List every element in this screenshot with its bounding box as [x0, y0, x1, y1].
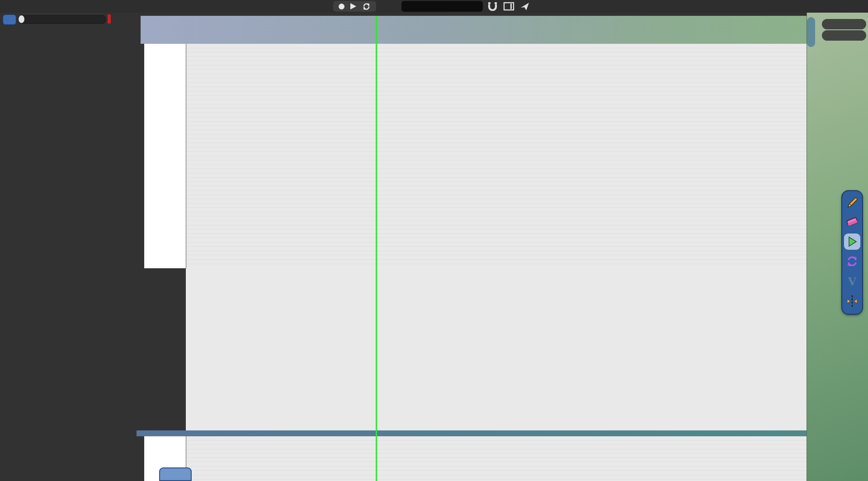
play-tool[interactable] [844, 233, 860, 250]
play-button[interactable] [350, 3, 356, 9]
snap-magnet-icon[interactable] [487, 2, 498, 11]
pin-icon[interactable] [520, 2, 530, 11]
page-tab[interactable] [159, 467, 192, 481]
eraser-tool[interactable] [844, 214, 860, 230]
menu-bar [0, 0, 868, 13]
record-button[interactable] [339, 4, 344, 9]
master-fx-row [0, 14, 137, 26]
tool-palette: V [841, 190, 863, 315]
soundfont-status [858, 3, 863, 10]
pencil-tool[interactable] [844, 195, 860, 211]
piano-keyboard[interactable] [144, 44, 186, 268]
playhead[interactable] [376, 16, 377, 481]
fx-button[interactable] [3, 14, 16, 25]
tempo-pill[interactable] [822, 19, 866, 29]
loop-icon[interactable] [362, 3, 371, 10]
panel-toggle-icon[interactable] [503, 2, 514, 11]
clip-indicator [108, 14, 111, 23]
right-panel: V [807, 13, 868, 481]
master-volume-handle[interactable] [19, 15, 24, 23]
note-layer [186, 13, 807, 481]
transport-controls [333, 1, 376, 12]
time-display [401, 1, 483, 12]
timeline-scroll-thumb[interactable] [807, 17, 815, 47]
track-sidebar [0, 13, 137, 481]
velocity-tool[interactable]: V [844, 273, 860, 290]
time-signature-pill[interactable] [822, 30, 866, 41]
split-tool[interactable] [844, 293, 860, 309]
loop-tool[interactable] [844, 253, 860, 270]
sequencer-app: V [0, 0, 868, 481]
master-volume-slider[interactable] [18, 15, 106, 24]
